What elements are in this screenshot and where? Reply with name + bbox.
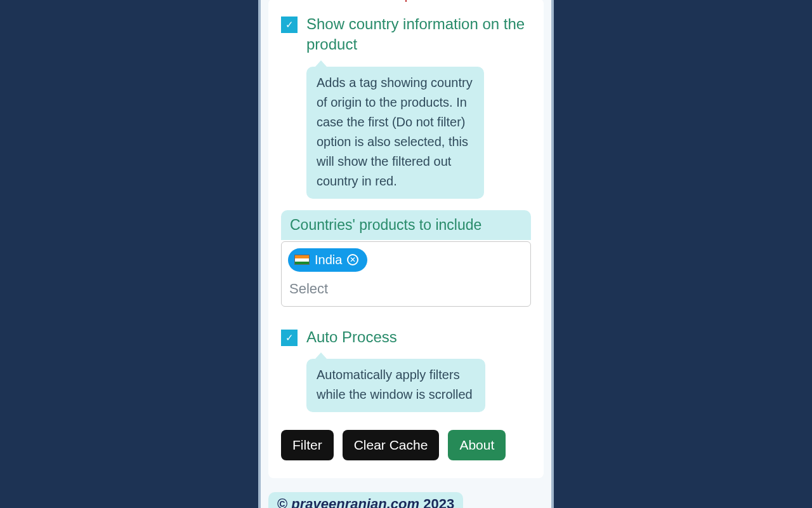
tooltip-show-country-info: Adds a tag showing country of origin to … [306, 67, 484, 199]
about-button[interactable]: About [448, 430, 506, 460]
footer-year: 2023 [423, 496, 454, 508]
include-section-header: Countries' products to include [281, 210, 531, 240]
footer: © praveenranjan.com 2023 [268, 492, 463, 508]
button-row: Filter Clear Cache About [281, 430, 531, 460]
footer-link[interactable]: praveenranjan.com [291, 496, 419, 508]
multiselect-placeholder: Select [288, 272, 524, 304]
chip-label: India [315, 253, 342, 267]
label-show-country-info: Show country information on the product [306, 14, 531, 55]
app-inner: ✓ Show country information on the produc… [261, 0, 551, 508]
check-icon: ✓ [285, 19, 294, 30]
country-chip-india[interactable]: India ✕ [288, 248, 367, 272]
checkbox-auto-process[interactable]: ✓ [281, 330, 298, 346]
check-icon: ✓ [285, 332, 294, 344]
option-auto-process: ✓ Auto Process [281, 327, 531, 347]
remove-chip-icon[interactable]: ✕ [347, 254, 358, 265]
tooltip-auto-process: Automatically apply filters while the wi… [306, 359, 485, 412]
option-show-country-info: ✓ Show country information on the produc… [281, 14, 531, 55]
filter-button[interactable]: Filter [281, 430, 334, 460]
clear-cache-button[interactable]: Clear Cache [343, 430, 440, 460]
label-auto-process: Auto Process [306, 327, 397, 347]
flag-india-icon [294, 255, 310, 265]
app-frame: ✓ Show country information on the produc… [258, 0, 554, 508]
copyright-symbol: © [277, 496, 287, 508]
country-multiselect[interactable]: India ✕ Select [281, 241, 531, 307]
top-marker [405, 0, 407, 2]
settings-card: ✓ Show country information on the produc… [268, 0, 544, 478]
checkbox-show-country-info[interactable]: ✓ [281, 17, 298, 33]
